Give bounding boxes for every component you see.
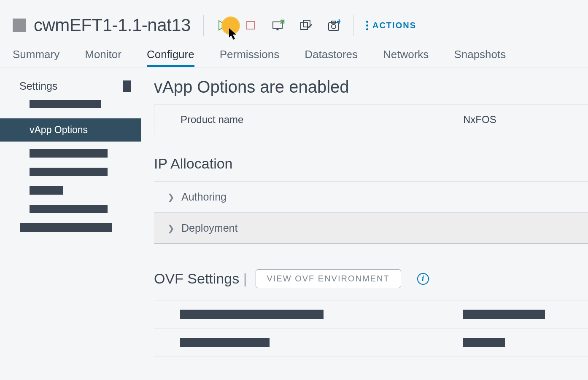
product-name-label: Product name	[181, 114, 463, 126]
svg-rect-10	[329, 23, 339, 30]
ovf-header-row: OVF Settings | VIEW OVF ENVIRONMENT i	[154, 269, 588, 288]
power-off-icon[interactable]	[244, 19, 257, 32]
product-row: Product name NxFOS	[154, 104, 588, 135]
deployment-row[interactable]: ❯ Deployment	[154, 212, 588, 244]
svg-rect-2	[247, 21, 254, 29]
launch-console-icon[interactable]	[272, 19, 285, 32]
main-content: vApp Options are enabled Product name Nx…	[141, 67, 588, 380]
redacted-label	[180, 310, 324, 319]
chevron-right-icon: ❯	[167, 192, 175, 202]
svg-marker-0	[229, 28, 236, 40]
tab-configure[interactable]: Configure	[147, 48, 194, 67]
table-row	[154, 329, 588, 357]
divider	[203, 15, 204, 36]
vm-icon	[13, 19, 26, 32]
cursor-icon	[229, 28, 238, 40]
menu-dots-icon	[366, 21, 368, 30]
snapshot-icon[interactable]	[328, 19, 340, 32]
tab-summary[interactable]: Summary	[13, 48, 59, 67]
tab-bar: Summary Monitor Configure Permissions Da…	[0, 42, 588, 67]
svg-point-12	[332, 24, 336, 29]
scrollbar-thumb[interactable]	[123, 80, 131, 92]
tab-permissions[interactable]: Permissions	[220, 48, 280, 67]
redacted-value	[463, 338, 505, 347]
table-row	[154, 300, 588, 329]
svg-rect-8	[303, 20, 310, 27]
actions-label: ACTIONS	[372, 21, 416, 30]
sidebar-item-vapp-options[interactable]: vApp Options	[0, 118, 141, 142]
sidebar-item[interactable]	[0, 149, 141, 158]
ip-allocation-group: ❯ Authoring ❯ Deployment	[154, 181, 588, 244]
sidebar-item[interactable]	[0, 168, 141, 176]
product-name-value: NxFOS	[463, 114, 571, 126]
authoring-label: Authoring	[181, 191, 227, 203]
chevron-right-icon: ❯	[167, 223, 175, 233]
sidebar-heading: Settings	[19, 80, 57, 92]
redacted-value	[463, 310, 545, 319]
info-icon[interactable]: i	[417, 273, 429, 285]
body: Settings vApp Options vApp Options are e…	[0, 67, 588, 380]
tab-snapshots[interactable]: Snapshots	[454, 48, 506, 67]
sidebar-item[interactable]	[0, 205, 141, 213]
actions-menu[interactable]: ACTIONS	[366, 21, 416, 30]
svg-rect-11	[332, 21, 336, 23]
sidebar: Settings vApp Options	[0, 67, 141, 380]
tab-datastores[interactable]: Datastores	[305, 48, 358, 67]
authoring-row[interactable]: ❯ Authoring	[154, 182, 588, 212]
vapp-section-title: vApp Options are enabled	[154, 78, 588, 96]
edit-settings-icon[interactable]	[300, 19, 313, 32]
tab-monitor[interactable]: Monitor	[85, 48, 121, 67]
ovf-settings-title: OVF Settings |	[154, 270, 247, 287]
vm-title: cwmEFT1-1.1-nat13	[34, 15, 191, 35]
deployment-label: Deployment	[181, 222, 237, 234]
svg-rect-7	[301, 23, 307, 29]
sidebar-item[interactable]	[0, 100, 141, 108]
header: cwmEFT1-1.1-nat13	[0, 0, 588, 42]
sidebar-item[interactable]	[0, 186, 141, 195]
sidebar-item[interactable]	[0, 223, 141, 232]
view-ovf-button[interactable]: VIEW OVF ENVIRONMENT	[256, 269, 401, 288]
ovf-table	[154, 300, 588, 357]
tab-networks[interactable]: Networks	[383, 48, 429, 67]
redacted-label	[180, 338, 270, 347]
ip-allocation-title: IP Allocation	[154, 155, 588, 172]
toolbar	[216, 19, 340, 32]
divider	[353, 15, 353, 36]
